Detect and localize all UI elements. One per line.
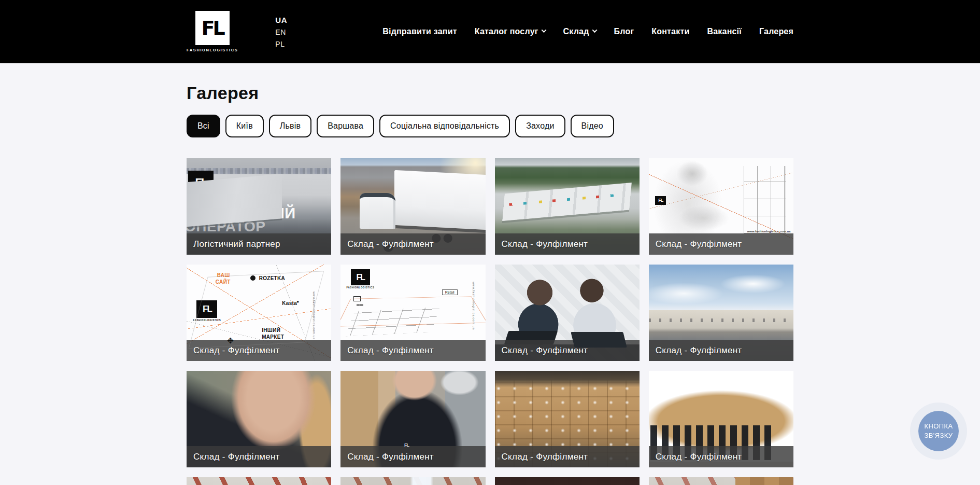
nav-item-label: Каталог послуг bbox=[475, 27, 538, 36]
gallery-tile[interactable]: Склад - Фулфілмент bbox=[495, 371, 640, 467]
nav-item-label: Контакти bbox=[651, 27, 689, 36]
cart-icon bbox=[353, 296, 361, 301]
site-header: FL FASHIONLOGISTICS UAENPL Відправити за… bbox=[0, 0, 980, 63]
kasta-label: Kasta bbox=[282, 300, 297, 306]
site-logo[interactable]: FL FASHIONLOGISTICS bbox=[187, 11, 238, 52]
rozetka-label: ROZETKA bbox=[259, 275, 285, 281]
logo-wordmark: FASHIONLOGISTICS bbox=[193, 319, 221, 322]
logo-wordmark: FASHIONLOGISTICS bbox=[187, 195, 215, 198]
gallery-tile[interactable]: Склад - Фулфілмент bbox=[649, 371, 793, 467]
site-url-label: www.fashionlogistics.com.ua bbox=[313, 292, 316, 340]
nav-item[interactable]: Каталог послуг bbox=[475, 27, 546, 36]
filter-button[interactable]: Львів bbox=[269, 115, 311, 137]
gallery-tile[interactable]: Склад - Фулфілмент bbox=[340, 158, 485, 255]
video-overlay-title: ЛОГІСТИЧНИЙ ОПЕРАТОР bbox=[187, 206, 296, 233]
tile-caption: Склад - Фулфілмент bbox=[495, 446, 640, 467]
site-url-label: www.fashionlogistics.com.ua bbox=[747, 230, 791, 233]
filter-button[interactable]: Соціальна відповідальність bbox=[379, 115, 510, 137]
logo-monogram: FL bbox=[655, 196, 666, 205]
gallery-filters: ВсіКиївЛьвівВаршаваСоціальна відповідаль… bbox=[187, 115, 793, 137]
other-market-label: ІНШИЙ bbox=[262, 327, 280, 333]
move-cursor-icon: ✥ bbox=[227, 336, 234, 345]
nav-item-label: Склад bbox=[563, 27, 589, 36]
kasta-logo-icon: ● bbox=[296, 299, 299, 304]
tile-caption: Склад - Фулфілмент bbox=[495, 340, 640, 361]
language-option[interactable]: UA bbox=[275, 16, 287, 24]
filter-button[interactable]: Київ bbox=[225, 115, 264, 137]
nav-item[interactable]: Відправити запит bbox=[382, 27, 457, 36]
chevron-down-icon bbox=[592, 27, 597, 33]
rozetka-logo-icon bbox=[250, 275, 255, 281]
page-title: Галерея bbox=[187, 83, 793, 103]
logo-monogram: FL bbox=[196, 300, 217, 318]
tile-brand-logo: FL FASHIONLOGISTICS bbox=[346, 269, 374, 289]
tile-caption: Склад - Фулфілмент bbox=[495, 233, 640, 255]
play-icon[interactable] bbox=[245, 186, 274, 215]
your-site-label: ВАШ bbox=[217, 272, 230, 278]
language-switcher: UAENPL bbox=[275, 16, 287, 48]
gallery-tile[interactable]: FL FASHIONLOGISTICS Склад - Фулфілмент R… bbox=[340, 265, 485, 361]
nav-item[interactable]: Галерея bbox=[759, 27, 793, 36]
tile-caption: Склад - Фулфілмент bbox=[649, 340, 793, 361]
logo-monogram: FL bbox=[351, 269, 370, 285]
tile-caption: Склад - Фулфілмент bbox=[187, 446, 331, 467]
language-option[interactable]: EN bbox=[275, 28, 287, 36]
gallery-tile[interactable]: FL Склад - Фулфілмент www.fashionlogisti… bbox=[649, 158, 793, 255]
gallery-tile[interactable]: Склад - Фулфілмент bbox=[495, 158, 640, 255]
shirt-logo: FL bbox=[404, 442, 409, 448]
gallery-tile[interactable]: Склад - Фулфілмент bbox=[495, 265, 640, 361]
filter-button[interactable]: Варшава bbox=[317, 115, 374, 137]
tile-caption: Склад - Фулфілмент bbox=[340, 233, 485, 255]
tile-caption: Склад - Фулфілмент bbox=[649, 233, 793, 255]
tile-caption: Склад - Фулфілмент bbox=[340, 340, 485, 361]
tile-brand-logo: FL FASHIONLOGISTICS bbox=[193, 300, 221, 322]
tile-caption: Склад - Фулфілмент bbox=[649, 446, 793, 467]
tile-brand-logo: FL FASHIONLOGISTICS bbox=[187, 171, 215, 198]
gallery-tile[interactable] bbox=[340, 477, 485, 485]
gallery-grid: FL FASHIONLOGISTICS ЛОГІСТИЧНИЙ ОПЕРАТОР… bbox=[187, 158, 793, 485]
tile-caption: Склад - Фулфілмент bbox=[187, 340, 331, 361]
your-site-label: САЙТ bbox=[216, 279, 231, 285]
filter-button[interactable]: Відео bbox=[571, 115, 614, 137]
retail-label: Retail bbox=[442, 289, 458, 295]
gallery-tile[interactable]: Склад - Фулфілмент FL bbox=[340, 371, 485, 467]
filter-button[interactable]: Всі bbox=[187, 115, 220, 137]
gallery-tile[interactable]: Склад - Фулфілмент bbox=[187, 371, 331, 467]
gallery-page: Галерея ВсіКиївЛьвівВаршаваСоціальна від… bbox=[187, 83, 793, 485]
nav-item[interactable]: Контакти bbox=[651, 27, 689, 36]
tile-caption: Логістичний партнер bbox=[187, 233, 331, 255]
nav-item-label: Блог bbox=[614, 27, 634, 36]
contact-button[interactable]: КНОПКА ЗВ'ЯЗКУ bbox=[918, 411, 959, 451]
logo-monogram: FL bbox=[188, 171, 214, 194]
nav-item[interactable]: Блог bbox=[614, 27, 634, 36]
gallery-tile[interactable]: Склад - Фулфілмент bbox=[649, 265, 793, 361]
nav-item-label: Відправити запит bbox=[382, 27, 457, 36]
gallery-tile[interactable] bbox=[187, 477, 331, 485]
filter-button[interactable]: Заходи bbox=[515, 115, 565, 137]
logo-wordmark: FASHIONLOGISTICS bbox=[346, 286, 374, 289]
chevron-down-icon bbox=[541, 27, 546, 33]
nav-item-label: Галерея bbox=[759, 27, 793, 36]
nav-item-label: Вакансії bbox=[707, 27, 742, 36]
language-option[interactable]: PL bbox=[275, 40, 287, 48]
logo-wordmark: FASHIONLOGISTICS bbox=[187, 48, 238, 52]
tile-caption: Склад - Фулфілмент bbox=[340, 446, 485, 467]
gallery-tile[interactable] bbox=[495, 477, 640, 485]
gallery-tile[interactable]: FL FASHIONLOGISTICS ЛОГІСТИЧНИЙ ОПЕРАТОР… bbox=[187, 158, 331, 255]
site-url-label: www.fashionlogistics.com.ua bbox=[472, 282, 475, 330]
nav-item[interactable]: Вакансії bbox=[707, 27, 742, 36]
logo-monogram: FL bbox=[195, 11, 230, 45]
nav-item[interactable]: Склад bbox=[563, 27, 596, 36]
gallery-tile[interactable] bbox=[649, 477, 793, 485]
other-market-label: МАРКЕТ bbox=[262, 334, 284, 340]
gallery-tile[interactable]: FL FASHIONLOGISTICS Склад - Фулфілмент В… bbox=[187, 265, 331, 361]
main-nav: Відправити запит Каталог послуг Склад Бл… bbox=[382, 27, 793, 36]
tile-brand-logo: FL bbox=[655, 196, 666, 206]
